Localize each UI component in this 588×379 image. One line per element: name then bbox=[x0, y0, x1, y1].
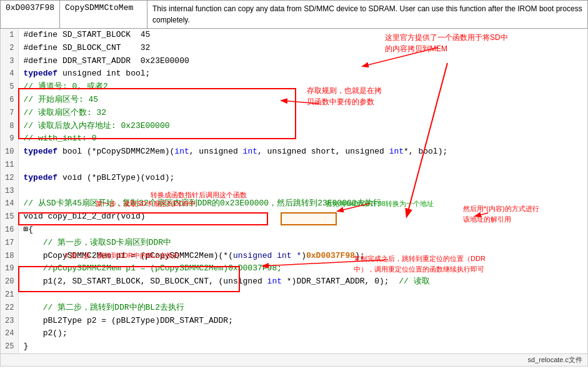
table-row: 21 bbox=[1, 288, 587, 302]
code-area: 这里官方提供了一个函数用于将SD中的内容拷贝到MEM 存取规则，也就是在拷贝函数… bbox=[0, 29, 588, 367]
annotation-deref: 然后用*(内容)的方式进行该地址的解引用 bbox=[463, 204, 539, 224]
annotation-step2: // 第二步，跳转到DDR中的BL2去执行 bbox=[51, 250, 180, 261]
table-row: 20 p1(2, SD_START_BLOCK, SD_BLOCK_CNT, (… bbox=[1, 275, 587, 288]
annotation-copy-done: 复制完成之后，跳转到重定位的位置（DDR中），调用重定位位置的函数继续执行即可 bbox=[354, 253, 486, 274]
file-label: sd_relocate.c文件 bbox=[1, 353, 587, 366]
table-row: 5 // 通道号: 0, 或者2 bbox=[1, 81, 587, 94]
annotation-params: 存取规则，也就是在拷贝函数中要传的参数 bbox=[307, 85, 382, 107]
table-row: 12 typedef void (*pBL2Type)(void); bbox=[1, 172, 587, 185]
table-row: 25 } bbox=[1, 340, 587, 353]
annotation-step1: 第一步，读取SD卡扇区到DDR中 bbox=[82, 199, 196, 209]
description-cell: This internal function can copy any data… bbox=[147, 1, 588, 29]
code-table: 1 #define SD_START_BLOCK 45 2 #define SD… bbox=[1, 29, 587, 353]
table-row: 19 //pCopySDMMC2Mem p1 = (pCopySDMMC2Mem… bbox=[1, 262, 587, 275]
table-row: 3 #define DDR_START_ADDR 0x23E00000 bbox=[1, 55, 587, 68]
table-row: 9 // with_init: 0 bbox=[1, 132, 587, 145]
table-row: 23 pBL2Type p2 = (pBL2Type)DDR_START_ADD… bbox=[1, 315, 587, 328]
table-row: 22 // 第二步，跳转到DDR中的BL2去执行 bbox=[1, 302, 587, 315]
table-row: 7 // 读取扇区个数: 32 bbox=[1, 107, 587, 120]
annotation-addr-convert: 首先将0xD0037F98转换为一个地址 bbox=[326, 199, 434, 209]
table-row: 13 bbox=[1, 185, 587, 198]
annotation-func: 这里官方提供了一个函数用于将SD中的内容拷贝到MEM bbox=[385, 32, 508, 54]
top-table-container: 0xD0037F98 CopySDMMCtoMem This internal … bbox=[0, 0, 588, 29]
table-row: 11 bbox=[1, 159, 587, 172]
table-row: 17 // 第一步，读取SD卡扇区到DDR中 bbox=[1, 237, 587, 250]
table-row: 10 typedef bool (*pCopySDMMC2Mem)(int, u… bbox=[1, 145, 587, 159]
table-row: 16 ⊞{ bbox=[1, 224, 587, 237]
function-name-cell: CopySDMMCtoMem bbox=[60, 1, 147, 29]
table-row: 6 // 开始扇区号: 45 bbox=[1, 94, 587, 107]
table-row: 24 p2(); bbox=[1, 327, 587, 340]
table-row: 4 typedef unsigned int bool; bbox=[1, 67, 587, 81]
address-cell: 0xD0037F98 bbox=[1, 1, 60, 29]
table-row: 8 // 读取后放入内存地址: 0x23E00000 bbox=[1, 120, 587, 133]
